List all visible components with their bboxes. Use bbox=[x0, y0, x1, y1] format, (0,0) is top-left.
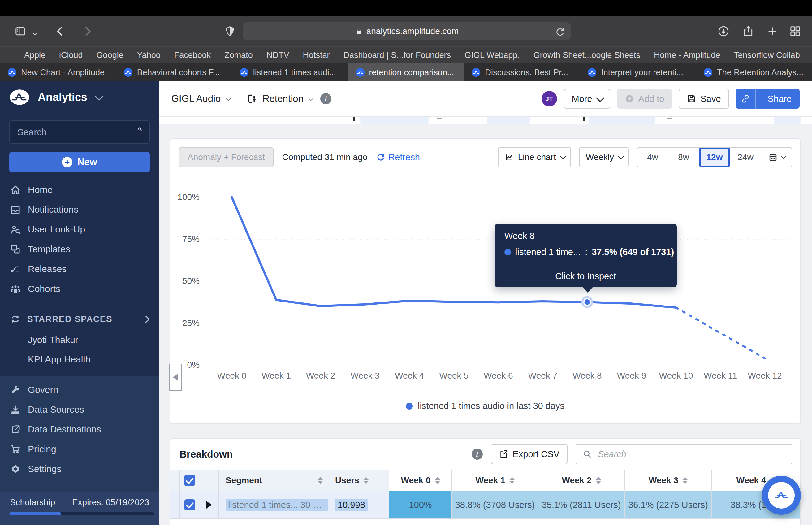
sidebar-search[interactable] bbox=[9, 120, 150, 144]
sort-icon[interactable] bbox=[318, 477, 323, 484]
favorites-item[interactable]: Dashboard | S...for Founders bbox=[343, 50, 451, 60]
sidebar-toggle-icon[interactable] bbox=[14, 25, 27, 38]
browser-tab[interactable]: New Chart - Amplitude bbox=[0, 63, 116, 81]
export-csv-button[interactable]: Export CSV bbox=[491, 444, 568, 464]
column-header-week-3[interactable]: Week 3 bbox=[625, 470, 712, 491]
toolbar-chevron-icon[interactable] bbox=[31, 28, 39, 40]
sidebar-item-notifications[interactable]: Notifications bbox=[0, 200, 159, 220]
sidebar-item-cohorts[interactable]: Cohorts bbox=[0, 279, 159, 299]
project-selector[interactable]: GIGL Audio bbox=[171, 93, 230, 104]
avatar[interactable]: JT bbox=[541, 91, 557, 106]
sidebar-item-govern[interactable]: Govern bbox=[0, 380, 159, 400]
url-bar[interactable]: analytics.amplitude.com bbox=[243, 22, 571, 40]
add-to-label: Add to bbox=[639, 94, 664, 104]
sort-icon[interactable] bbox=[510, 477, 515, 484]
share-button[interactable]: Share bbox=[736, 89, 800, 109]
favorites-item[interactable]: Growth Sheet...oogle Sheets bbox=[534, 50, 640, 60]
data-sources-icon bbox=[10, 404, 21, 415]
privacy-shield-icon[interactable] bbox=[224, 24, 236, 39]
chart-legend[interactable]: listened 1 times audio in last 30 days bbox=[170, 401, 800, 411]
favorites-item[interactable]: Tensorflow Collab bbox=[734, 50, 800, 60]
tab-title: Behavioral cohorts F... bbox=[137, 68, 220, 77]
browser-tab[interactable]: Discussions, Best Pr... bbox=[464, 63, 580, 81]
sidebar-item-user-look-up[interactable]: User Look-Up bbox=[0, 220, 159, 239]
product-switcher[interactable]: Analytics bbox=[9, 89, 101, 106]
starred-space-kpi-app-health[interactable]: KPI App Health bbox=[0, 349, 159, 369]
column-header-week-2[interactable]: Week 2 bbox=[538, 470, 625, 491]
expand-row-icon[interactable] bbox=[206, 501, 212, 509]
favorites-item[interactable]: GIGL Webapp. bbox=[464, 50, 520, 60]
sort-icon[interactable] bbox=[435, 477, 440, 484]
favorites-item[interactable]: Hotstar bbox=[303, 50, 330, 60]
sort-icon[interactable] bbox=[596, 477, 601, 484]
sidebar-item-releases[interactable]: Releases bbox=[0, 259, 159, 279]
templates-icon bbox=[10, 244, 21, 255]
sidebar-item-data-destinations[interactable]: Data Destinations bbox=[0, 419, 159, 439]
row-checkbox[interactable] bbox=[184, 499, 195, 510]
reload-icon[interactable] bbox=[554, 26, 566, 37]
column-header-segment[interactable]: Segment bbox=[219, 470, 328, 491]
week-1-cell[interactable]: 38.8% (3708 Users) bbox=[452, 491, 538, 519]
tooltip-inspect-cta[interactable]: Click to Inspect bbox=[494, 271, 677, 281]
save-label: Save bbox=[701, 94, 721, 104]
chevron-down-icon bbox=[308, 95, 314, 101]
column-header-week-1[interactable]: Week 1 bbox=[452, 470, 538, 491]
favorites-item[interactable]: Home - Amplitude bbox=[654, 50, 720, 60]
favorites-item[interactable]: Facebook bbox=[174, 50, 211, 60]
back-button[interactable] bbox=[54, 25, 66, 38]
browser-tab[interactable]: The Retention Analys... bbox=[696, 63, 812, 81]
share-icon[interactable] bbox=[742, 25, 754, 38]
week-2-cell[interactable]: 35.1% (2811 Users) bbox=[538, 491, 625, 519]
tab-overview-icon[interactable] bbox=[789, 25, 801, 38]
favorites-item[interactable]: NDTV bbox=[266, 50, 289, 60]
govern-icon bbox=[10, 384, 21, 395]
sidebar-item-pricing[interactable]: Pricing bbox=[0, 439, 159, 459]
info-icon[interactable]: i bbox=[320, 93, 332, 104]
more-button[interactable]: More bbox=[564, 89, 610, 109]
column-header-week-0[interactable]: Week 0 bbox=[389, 470, 452, 491]
starred-spaces-header[interactable]: STARRED SPACES bbox=[0, 309, 159, 329]
sort-icon[interactable] bbox=[683, 477, 688, 484]
panel-collapse-handle[interactable] bbox=[169, 364, 182, 391]
forward-button[interactable] bbox=[81, 25, 93, 38]
sidebar-item-label: Data Sources bbox=[28, 404, 84, 415]
week-0-cell[interactable]: 100% bbox=[389, 491, 452, 519]
save-button[interactable]: Save bbox=[679, 89, 729, 109]
column-header-users[interactable]: Users bbox=[328, 470, 389, 491]
downloads-icon[interactable] bbox=[717, 25, 730, 38]
new-button[interactable]: + New bbox=[9, 152, 150, 172]
add-to-button: Add to bbox=[617, 89, 672, 109]
sidebar-item-label: Home bbox=[28, 184, 52, 195]
breakdown-search-input[interactable] bbox=[597, 449, 785, 460]
highlight-point[interactable] bbox=[584, 299, 590, 305]
favorites-item[interactable]: Zomato bbox=[224, 50, 253, 60]
sidebar-search-input[interactable] bbox=[17, 126, 137, 138]
browser-tab[interactable]: retention comparison... bbox=[348, 63, 464, 81]
copy-link-icon[interactable] bbox=[736, 89, 756, 109]
chart-type-selector[interactable]: Retention bbox=[247, 93, 312, 104]
sidebar-item-home[interactable]: Home bbox=[0, 180, 159, 200]
sort-icon[interactable] bbox=[364, 477, 369, 484]
sidebar-item-label: Data Destinations bbox=[28, 424, 101, 435]
starred-space-jyoti-thakur[interactable]: Jyoti Thakur bbox=[0, 330, 159, 349]
column-label: Week 2 bbox=[562, 476, 592, 485]
favorites-item[interactable]: Apple bbox=[24, 50, 45, 60]
week-3-cell[interactable]: 36.1% (2275 Users) bbox=[625, 491, 712, 519]
breakdown-search[interactable] bbox=[576, 444, 792, 464]
select-all-checkbox[interactable] bbox=[184, 475, 195, 486]
browser-tab[interactable]: Behavioral cohorts F... bbox=[116, 63, 232, 81]
new-tab-icon[interactable] bbox=[766, 25, 779, 38]
segment-cell[interactable]: listened 1 times... 30 days bbox=[219, 491, 328, 519]
sidebar-item-settings[interactable]: Settings bbox=[0, 459, 159, 479]
info-icon[interactable]: i bbox=[472, 449, 483, 460]
favorites-item[interactable]: iCloud bbox=[59, 50, 83, 60]
sidebar-item-templates[interactable]: Templates bbox=[0, 239, 159, 259]
tab-title: listened 1 times audi... bbox=[253, 68, 336, 77]
amplitude-fab-button[interactable] bbox=[762, 476, 801, 515]
browser-tab[interactable]: Interpret your retenti... bbox=[580, 63, 696, 81]
favorites-item[interactable]: Google bbox=[96, 50, 123, 60]
favorites-item[interactable]: Yahoo bbox=[137, 50, 160, 60]
sidebar-item-data-sources[interactable]: Data Sources bbox=[0, 400, 159, 419]
cutoff-text-fragment bbox=[353, 117, 355, 121]
browser-tab[interactable]: listened 1 times audi... bbox=[232, 63, 348, 81]
